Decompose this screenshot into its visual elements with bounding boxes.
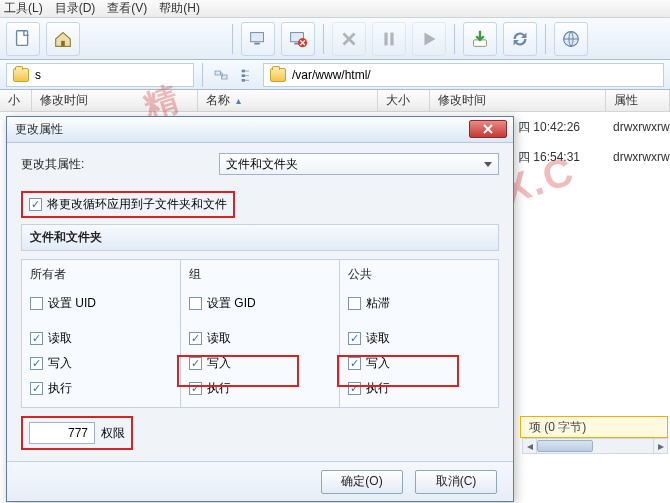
ok-button[interactable]: 确定(O) bbox=[321, 470, 403, 494]
svg-rect-15 bbox=[242, 79, 245, 82]
col-left-mtime[interactable]: 修改时间 bbox=[32, 90, 198, 111]
remote-path-box[interactable]: /var/www/html/ bbox=[263, 63, 664, 87]
owner-exec-checkbox[interactable] bbox=[30, 382, 43, 395]
svg-rect-11 bbox=[215, 71, 220, 75]
cancel-button[interactable]: 取消(C) bbox=[415, 470, 497, 494]
link-icon[interactable] bbox=[211, 65, 231, 85]
group-read-row[interactable]: 读取 bbox=[189, 326, 331, 351]
col-name[interactable]: 名称▴ bbox=[198, 90, 378, 111]
remote-path-text: /var/www/html/ bbox=[292, 68, 371, 82]
cell-perm: drwxrwxrw bbox=[613, 120, 670, 134]
column-headers: 小 修改时间 名称▴ 大小 修改时间 属性 bbox=[0, 90, 670, 112]
menu-view[interactable]: 查看(V) bbox=[107, 0, 147, 17]
recurse-label: 将更改循环应用到子文件夹和文件 bbox=[47, 196, 227, 213]
col-left-size[interactable]: 小 bbox=[0, 90, 32, 111]
home-button[interactable] bbox=[46, 22, 80, 56]
svg-rect-2 bbox=[251, 32, 264, 41]
horizontal-scrollbar[interactable]: ◂ ▸ bbox=[522, 438, 668, 454]
refresh-icon[interactable] bbox=[503, 22, 537, 56]
set-gid-label: 设置 GID bbox=[207, 295, 256, 312]
svg-rect-14 bbox=[242, 74, 245, 77]
folder-icon bbox=[13, 68, 29, 82]
group-read-checkbox[interactable] bbox=[189, 332, 202, 345]
select-value: 文件和文件夹 bbox=[226, 156, 298, 173]
cell-perm: drwxrwxrw bbox=[613, 150, 670, 164]
attr-target-select[interactable]: 文件和文件夹 bbox=[219, 153, 499, 175]
scroll-thumb[interactable] bbox=[537, 440, 593, 452]
menu-bar: 工具(L) 目录(D) 查看(V) 帮助(H) bbox=[0, 0, 670, 18]
menu-dir[interactable]: 目录(D) bbox=[55, 0, 96, 17]
cancel-icon[interactable] bbox=[332, 22, 366, 56]
group-exec-checkbox[interactable] bbox=[189, 382, 202, 395]
public-write-checkbox[interactable] bbox=[348, 357, 361, 370]
set-gid-checkbox[interactable] bbox=[189, 297, 202, 310]
dialog-title-text: 更改属性 bbox=[15, 121, 63, 138]
set-uid-checkbox[interactable] bbox=[30, 297, 43, 310]
download-icon[interactable] bbox=[463, 22, 497, 56]
cell-date: 四 10:42:26 bbox=[518, 119, 613, 136]
play-icon[interactable] bbox=[412, 22, 446, 56]
set-uid-label: 设置 UID bbox=[48, 295, 96, 312]
public-exec-checkbox[interactable] bbox=[348, 382, 361, 395]
public-write-row[interactable]: 写入 bbox=[348, 351, 490, 376]
owner-write-label: 写入 bbox=[48, 355, 72, 372]
owner-read-checkbox[interactable] bbox=[30, 332, 43, 345]
set-uid-row[interactable]: 设置 UID bbox=[30, 291, 172, 316]
perm-owner-col: 所有者 设置 UID 读取 写入 执行 bbox=[21, 259, 181, 408]
tree-icon[interactable] bbox=[237, 65, 257, 85]
public-exec-label: 执行 bbox=[366, 380, 390, 397]
owner-write-row[interactable]: 写入 bbox=[30, 351, 172, 376]
numeric-highlight: 777 权限 bbox=[21, 416, 133, 450]
cell-date: 四 16:54:31 bbox=[518, 149, 613, 166]
owner-exec-row[interactable]: 执行 bbox=[30, 376, 172, 401]
sort-asc-icon: ▴ bbox=[236, 95, 241, 106]
close-button[interactable] bbox=[469, 120, 507, 138]
perm-group-col: 组 设置 GID 读取 写入 执行 bbox=[180, 259, 340, 408]
pc-icon[interactable] bbox=[241, 22, 275, 56]
sticky-row[interactable]: 粘滞 bbox=[348, 291, 490, 316]
pc-disconnect-icon[interactable] bbox=[281, 22, 315, 56]
globe-icon[interactable] bbox=[554, 22, 588, 56]
owner-heading: 所有者 bbox=[30, 266, 172, 283]
separator bbox=[545, 24, 546, 54]
svg-rect-1 bbox=[61, 40, 65, 46]
selection-text: 项 (0 字节) bbox=[529, 419, 586, 436]
scroll-left-icon[interactable]: ◂ bbox=[523, 439, 537, 453]
public-read-checkbox[interactable] bbox=[348, 332, 361, 345]
public-heading: 公共 bbox=[348, 266, 490, 283]
perm-section-title: 文件和文件夹 bbox=[21, 224, 499, 251]
col-mtime[interactable]: 修改时间 bbox=[430, 90, 606, 111]
group-exec-row[interactable]: 执行 bbox=[189, 376, 331, 401]
owner-read-label: 读取 bbox=[48, 330, 72, 347]
numeric-perm-input[interactable]: 777 bbox=[29, 422, 95, 444]
svg-rect-8 bbox=[390, 32, 393, 45]
pause-icon[interactable] bbox=[372, 22, 406, 56]
menu-help[interactable]: 帮助(H) bbox=[159, 0, 200, 17]
separator bbox=[232, 24, 233, 54]
public-exec-row[interactable]: 执行 bbox=[348, 376, 490, 401]
owner-read-row[interactable]: 读取 bbox=[30, 326, 172, 351]
dialog-titlebar[interactable]: 更改属性 bbox=[7, 117, 513, 143]
owner-write-checkbox[interactable] bbox=[30, 357, 43, 370]
separator bbox=[202, 63, 203, 87]
selection-status: 项 (0 字节) bbox=[520, 416, 668, 438]
col-size[interactable]: 大小 bbox=[378, 90, 430, 111]
chevron-down-icon bbox=[484, 162, 492, 167]
local-path-text: s bbox=[35, 68, 41, 82]
main-toolbar bbox=[0, 18, 670, 60]
separator bbox=[323, 24, 324, 54]
file-button[interactable] bbox=[6, 22, 40, 56]
recurse-checkbox[interactable] bbox=[29, 198, 42, 211]
svg-rect-3 bbox=[254, 42, 260, 44]
local-path-box[interactable]: s bbox=[6, 63, 194, 87]
group-write-checkbox[interactable] bbox=[189, 357, 202, 370]
group-write-row[interactable]: 写入 bbox=[189, 351, 331, 376]
menu-tools[interactable]: 工具(L) bbox=[4, 0, 43, 17]
public-read-row[interactable]: 读取 bbox=[348, 326, 490, 351]
svg-rect-7 bbox=[384, 32, 387, 45]
sticky-checkbox[interactable] bbox=[348, 297, 361, 310]
col-attr[interactable]: 属性 bbox=[606, 90, 670, 111]
recurse-checkbox-row[interactable]: 将更改循环应用到子文件夹和文件 bbox=[23, 193, 233, 216]
set-gid-row[interactable]: 设置 GID bbox=[189, 291, 331, 316]
scroll-right-icon[interactable]: ▸ bbox=[653, 439, 667, 453]
